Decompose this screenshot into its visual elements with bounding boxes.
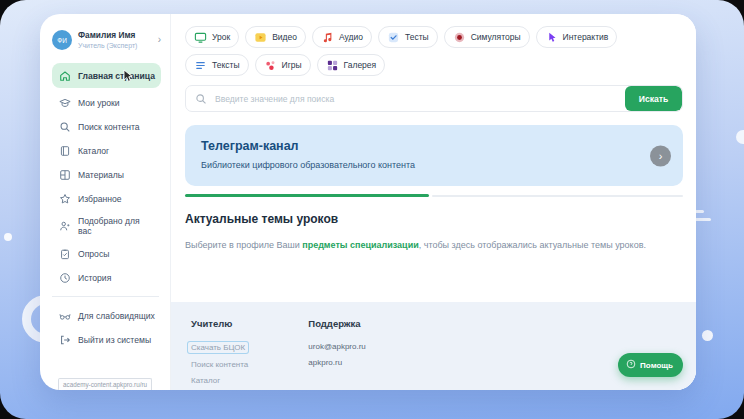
help-button[interactable]: Помощь xyxy=(618,353,683,377)
footer-link[interactable]: apkpro.ru xyxy=(308,358,342,367)
chip-label: Тексты xyxy=(212,60,240,70)
chip-label: Галерея xyxy=(344,60,377,70)
glasses-icon xyxy=(58,309,71,322)
sidebar-item-materials[interactable]: Материалы xyxy=(52,163,161,186)
footer-link[interactable]: urok@apkpro.ru xyxy=(308,342,365,351)
simulators-icon xyxy=(453,31,466,44)
decorative-dot xyxy=(702,330,713,341)
sidebar-item-label: Опросы xyxy=(78,249,109,259)
sidebar-item-label: Для слабовидящих xyxy=(78,311,155,321)
sidebar-item-label: Главная страница xyxy=(78,71,155,81)
monitor-icon xyxy=(194,31,207,44)
sidebar-nav: Главная страница Мои уроки Поиск контент… xyxy=(52,63,161,289)
chevron-right-icon: › xyxy=(158,35,161,45)
app-background: ФИ Фамилия Имя Учитель (Эксперт) › Главн… xyxy=(0,0,744,419)
search-icon xyxy=(186,86,207,111)
specialization-link[interactable]: предметы специализации xyxy=(302,240,419,250)
main-content: Урок Видео Аудио Тесты Симуляторы Интера… xyxy=(171,14,696,390)
star-icon xyxy=(58,192,71,205)
footer-teacher-column: Учителю Скачать БЦОК Поиск контента Ката… xyxy=(191,318,248,374)
carousel-progress xyxy=(185,194,683,197)
profile-block[interactable]: ФИ Фамилия Имя Учитель (Эксперт) › xyxy=(52,30,161,50)
sidebar-item-home[interactable]: Главная страница xyxy=(52,63,161,88)
graduation-cap-icon xyxy=(58,96,71,109)
sidebar-item-label: Материалы xyxy=(78,170,124,180)
footer-link[interactable]: Скачать БЦОК xyxy=(188,342,248,353)
topics-title: Актуальные темы уроков xyxy=(185,212,683,226)
chip-tests[interactable]: Тесты xyxy=(378,26,438,48)
carousel-progress-track xyxy=(432,195,683,197)
video-icon xyxy=(254,31,267,44)
sidebar-item-label: История xyxy=(78,273,111,283)
clock-icon xyxy=(58,271,71,284)
sidebar-item-logout[interactable]: Выйти из системы xyxy=(52,328,161,351)
search-input[interactable] xyxy=(207,86,625,111)
sidebar-item-clock[interactable]: История xyxy=(52,266,161,289)
sidebar-item-book[interactable]: Каталог xyxy=(52,139,161,162)
sidebar-nav-footer: Для слабовидящих Выйти из системы xyxy=(52,304,161,351)
page-footer: Учителю Скачать БЦОК Поиск контента Ката… xyxy=(171,302,696,390)
chip-interactive[interactable]: Интерактив xyxy=(536,26,618,48)
profile-name: Фамилия Имя xyxy=(78,30,137,40)
footer-column-title: Учителю xyxy=(191,318,248,329)
sidebar-item-clipboard[interactable]: Опросы xyxy=(52,242,161,265)
chip-texts[interactable]: Тексты xyxy=(185,54,249,76)
footer-support-column: Поддержка urok@apkpro.ru apkpro.ru xyxy=(308,318,365,374)
chip-label: Симуляторы xyxy=(471,32,521,42)
avatar: ФИ xyxy=(52,30,72,50)
question-icon xyxy=(626,359,636,371)
clipboard-icon xyxy=(58,247,71,260)
decorative-dot xyxy=(4,233,12,241)
tests-icon xyxy=(387,31,400,44)
sidebar-item-label: Избранное xyxy=(78,194,122,204)
interactive-icon xyxy=(545,31,558,44)
profile-role: Учитель (Эксперт) xyxy=(78,41,137,50)
chip-gallery[interactable]: Галерея xyxy=(317,54,386,76)
sidebar-item-person[interactable]: Подобрано для вас xyxy=(52,211,161,241)
search-button[interactable]: Искать xyxy=(625,86,682,111)
sidebar-item-label: Выйти из системы xyxy=(78,335,151,345)
chip-label: Игры xyxy=(282,60,302,70)
sidebar-item-label: Поиск контента xyxy=(78,122,140,132)
chip-monitor[interactable]: Урок xyxy=(185,26,239,48)
sidebar-item-label: Подобрано для вас xyxy=(78,216,155,236)
chip-label: Аудио xyxy=(339,32,363,42)
texts-icon xyxy=(194,59,207,72)
chip-label: Видео xyxy=(272,32,297,42)
book-icon xyxy=(58,144,71,157)
search-bar: Искать xyxy=(185,85,683,112)
chip-video[interactable]: Видео xyxy=(245,26,306,48)
sidebar-item-star[interactable]: Избранное xyxy=(52,187,161,210)
sidebar: ФИ Фамилия Имя Учитель (Эксперт) › Главн… xyxy=(40,14,171,390)
sidebar-item-label: Мои уроки xyxy=(78,98,120,108)
decorative-dot xyxy=(736,130,744,144)
search-icon xyxy=(58,120,71,133)
person-icon xyxy=(58,220,71,233)
telegram-banner[interactable]: Телеграм-канал Библиотеки цифрового обра… xyxy=(185,125,683,186)
sidebar-item-glasses[interactable]: Для слабовидящих xyxy=(52,304,161,327)
link-status-tooltip: academy-content.apkpro.ru/ru xyxy=(58,378,152,390)
footer-link[interactable]: Каталог xyxy=(191,376,220,385)
footer-column-title: Поддержка xyxy=(308,318,365,329)
home-icon xyxy=(58,69,71,82)
banner-next-button[interactable]: › xyxy=(650,145,671,166)
main-card: ФИ Фамилия Имя Учитель (Эксперт) › Главн… xyxy=(40,14,696,390)
decorative-dash xyxy=(695,218,711,221)
content-type-chips: Урок Видео Аудио Тесты Симуляторы Интера… xyxy=(185,26,683,76)
banner-subtitle: Библиотеки цифрового образовательного ко… xyxy=(201,160,667,170)
chip-audio[interactable]: Аудио xyxy=(312,26,372,48)
mouse-cursor-icon xyxy=(122,69,134,85)
sidebar-item-label: Каталог xyxy=(78,146,109,156)
sidebar-divider xyxy=(52,296,159,297)
gallery-icon xyxy=(326,59,339,72)
audio-icon xyxy=(321,31,334,44)
chip-label: Урок xyxy=(212,32,230,42)
footer-link[interactable]: Поиск контента xyxy=(191,360,248,369)
chip-games[interactable]: Игры xyxy=(255,54,311,76)
chip-simulators[interactable]: Симуляторы xyxy=(444,26,530,48)
chip-label: Тесты xyxy=(405,32,429,42)
sidebar-item-graduation-cap[interactable]: Мои уроки xyxy=(52,91,161,114)
banner-title: Телеграм-канал xyxy=(201,139,667,153)
decorative-dash xyxy=(695,210,704,213)
sidebar-item-search[interactable]: Поиск контента xyxy=(52,115,161,138)
